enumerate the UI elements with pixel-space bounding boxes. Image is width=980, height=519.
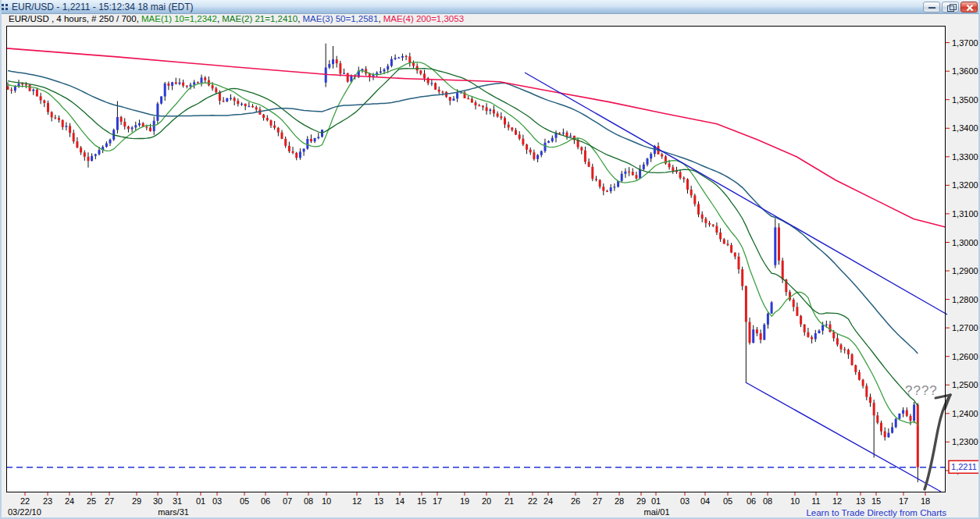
svg-text:1,2400: 1,2400 [952,409,978,418]
svg-text:20: 20 [482,496,491,506]
svg-text:06: 06 [261,496,270,506]
svg-text:07: 07 [283,496,292,506]
restore-button[interactable] [942,2,959,12]
svg-text:1,2211: 1,2211 [951,462,977,471]
svg-text:18: 18 [921,496,930,506]
time-axis: 2223242527293031010305060708101213141517… [8,492,930,517]
svg-text:1,3100: 1,3100 [952,209,978,219]
svg-text:21: 21 [504,496,514,506]
svg-text:24: 24 [543,496,553,506]
svg-text:1,2900: 1,2900 [952,266,978,275]
svg-text:29: 29 [636,496,646,506]
svg-text:03: 03 [680,496,690,506]
svg-text:25: 25 [87,496,96,506]
svg-text:28: 28 [615,496,624,506]
info-segment-1: MAE(1) 10=1,2342 [141,14,217,23]
svg-text:03/22/10: 03/22/10 [8,507,41,517]
svg-text:1,3400: 1,3400 [952,123,978,133]
price-axis: 1,37001,36001,35001,34001,33001,32001,31… [946,38,978,475]
svg-text:1,2300: 1,2300 [952,437,978,446]
svg-text:10: 10 [790,496,800,506]
svg-text:1,2800: 1,2800 [952,295,978,304]
svg-text:1,3000: 1,3000 [952,238,978,247]
svg-text:05: 05 [723,496,732,506]
svg-text:08: 08 [763,496,772,506]
window-title: EUR/USD - 1,2211 - 15:12:34 18 mai (EDT) [12,2,194,12]
app-icon [2,4,8,10]
svg-text:10: 10 [322,496,331,506]
svg-text:1,3700: 1,3700 [952,38,978,48]
svg-text:1,3200: 1,3200 [952,180,978,190]
svg-text:03: 03 [212,496,222,506]
svg-text:15: 15 [871,496,881,506]
svg-text:24: 24 [65,496,74,506]
svg-text:01: 01 [651,496,661,506]
svg-text:12: 12 [832,496,842,506]
svg-text:13: 13 [374,496,383,506]
svg-text:15: 15 [417,496,426,506]
svg-text:17: 17 [899,496,908,506]
svg-text:1,2700: 1,2700 [952,323,978,332]
svg-text:1,2600: 1,2600 [952,352,978,361]
svg-text:06: 06 [747,496,756,506]
window-controls [923,2,980,12]
chart-canvas[interactable]: ????1,37001,36001,35001,34001,33001,3200… [0,0,980,519]
info-segment-5: MAE(3) 50=1,2581 [303,14,379,23]
trade-from-charts-link[interactable]: Learn to Trade Directly from Charts [806,508,946,517]
chart-info-bar: EUR/USD , 4 hours, # 250 / 700, MAE(1) 1… [9,14,464,23]
svg-text:08: 08 [304,496,313,506]
current-price-tag: 1,2211 [949,460,979,473]
restore-icon [947,5,954,12]
minimize-button[interactable] [923,2,940,12]
info-segment-7: MAE(4) 200=1,3053 [383,14,464,23]
svg-text:mars/31: mars/31 [158,507,189,517]
svg-text:27: 27 [105,496,114,506]
close-button[interactable] [960,2,978,12]
info-segment-0: EUR/USD , 4 hours, # 250 / 700, [9,14,141,23]
svg-text:1,3300: 1,3300 [952,152,978,162]
svg-text:14: 14 [395,496,404,506]
info-segment-3: MAE(2) 21=1,2410 [222,14,298,23]
minimize-icon [928,7,935,9]
svg-text:19: 19 [460,496,469,506]
annotation-question-marks[interactable]: ???? [905,383,938,398]
svg-text:12: 12 [352,496,362,506]
svg-text:01: 01 [196,496,205,506]
window-titlebar: EUR/USD - 1,2211 - 15:12:34 18 mai (EDT) [0,0,980,14]
svg-text:mai/01: mai/01 [643,507,669,517]
svg-text:11: 11 [811,496,820,506]
plot-area[interactable] [6,26,946,492]
svg-text:1,3500: 1,3500 [952,95,978,105]
svg-text:23: 23 [43,496,52,506]
svg-text:1,3600: 1,3600 [952,66,978,76]
svg-text:13: 13 [856,496,865,506]
close-icon [966,4,974,12]
svg-text:27: 27 [593,496,602,506]
svg-text:05: 05 [240,496,249,506]
svg-text:31: 31 [173,496,182,506]
svg-text:22: 22 [20,496,30,506]
svg-text:26: 26 [571,496,580,506]
svg-text:22: 22 [528,496,537,506]
svg-text:04: 04 [700,496,710,506]
svg-text:1,2500: 1,2500 [952,380,978,389]
svg-text:29: 29 [132,496,141,506]
svg-text:17: 17 [433,496,442,506]
svg-text:30: 30 [153,496,162,506]
